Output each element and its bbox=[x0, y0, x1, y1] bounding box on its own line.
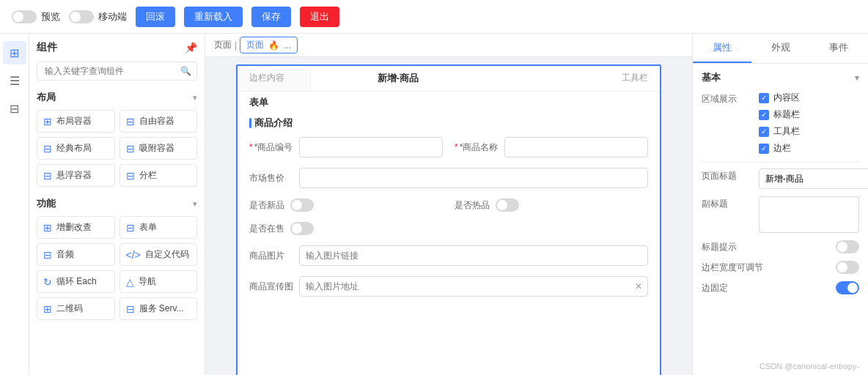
tab-events[interactable]: 事件 bbox=[809, 34, 868, 63]
comp-custom-code[interactable]: </> 自定义代码 bbox=[119, 243, 198, 266]
comp-audio-label: 音频 bbox=[56, 248, 74, 261]
mobile-toggle[interactable] bbox=[69, 10, 94, 23]
search-icon: 🔍 bbox=[180, 66, 191, 76]
crud-icon: ⊞ bbox=[43, 222, 52, 234]
sidebar-fixed-row: 边固定 bbox=[702, 281, 859, 294]
basic-collapse-icon[interactable]: ▾ bbox=[855, 73, 859, 83]
checkbox-sidebar-label: 边栏 bbox=[773, 142, 791, 155]
basic-section-header: 基本 ▾ bbox=[702, 71, 859, 84]
breadcrumb-dots[interactable]: ... bbox=[284, 40, 291, 51]
checkbox-sidebar[interactable]: 边栏 bbox=[759, 142, 859, 155]
comp-columns[interactable]: ⊟ 分栏 bbox=[119, 164, 198, 187]
page-title-prop-input[interactable] bbox=[759, 168, 868, 189]
comp-service[interactable]: ⊟ 服务 Serv... bbox=[119, 297, 198, 320]
reload-button[interactable]: 重新载入 bbox=[184, 7, 243, 27]
comp-columns-label: 分栏 bbox=[139, 169, 157, 182]
product-img-input[interactable] bbox=[299, 245, 648, 266]
product-name-label: *商品名称 bbox=[455, 141, 499, 154]
checkbox-titlebar-box[interactable] bbox=[759, 110, 769, 120]
checkbox-titlebar-label: 标题栏 bbox=[773, 108, 800, 121]
exit-button[interactable]: 退出 bbox=[300, 7, 339, 27]
tab-properties[interactable]: 属性 bbox=[693, 34, 751, 63]
subtitle-row: 副标题 bbox=[702, 196, 859, 233]
breadcrumb-page-text: 页面 bbox=[214, 39, 232, 51]
props-panel: 属性 外观 事件 基本 ▾ 区域展示 内容区 标题栏 bbox=[692, 34, 868, 375]
product-banner-input[interactable] bbox=[299, 276, 648, 297]
function-section-header[interactable]: 功能 ▾ bbox=[37, 197, 197, 210]
comp-layout-container[interactable]: ⊞ 布局容器 bbox=[37, 110, 115, 133]
icon-rail-layers[interactable]: ☰ bbox=[3, 69, 26, 92]
comp-loop-label: 循环 Each bbox=[56, 275, 97, 288]
page-frame: 边栏内容 新增-商品 工具栏 表单 商品介绍 *商品编号 bbox=[236, 64, 661, 375]
layout-collapse-icon: ▾ bbox=[193, 93, 197, 103]
checkbox-toolbar[interactable]: 工具栏 bbox=[759, 125, 859, 138]
custom-code-icon: </> bbox=[126, 249, 141, 261]
subtitle-textarea[interactable] bbox=[759, 196, 859, 233]
checkbox-content-box[interactable] bbox=[759, 93, 769, 103]
on-sale-toggle[interactable] bbox=[290, 222, 314, 235]
comp-loop-each[interactable]: ↻ 循环 Each bbox=[37, 270, 115, 293]
product-banner-input-wrap: ✕ bbox=[299, 276, 648, 297]
market-price-input[interactable] bbox=[299, 168, 648, 188]
panel-header: 组件 📌 bbox=[37, 41, 197, 54]
nav-icon: △ bbox=[126, 276, 134, 288]
comp-nav[interactable]: △ 导航 bbox=[119, 270, 198, 293]
comp-form-label: 表单 bbox=[139, 221, 157, 234]
sidebar-fixed-toggle[interactable] bbox=[836, 281, 859, 294]
preview-toggle[interactable] bbox=[12, 10, 37, 23]
audio-icon: ⊟ bbox=[43, 249, 52, 261]
product-no-input[interactable] bbox=[299, 137, 443, 157]
sidebar-width-toggle[interactable] bbox=[836, 261, 859, 274]
rollback-button[interactable]: 回滚 bbox=[136, 7, 175, 27]
is-new-toggle[interactable] bbox=[290, 198, 314, 212]
checkbox-content[interactable]: 内容区 bbox=[759, 92, 859, 104]
tab-appearance[interactable]: 外观 bbox=[751, 34, 810, 63]
comp-free-container[interactable]: ⊟ 自由容器 bbox=[119, 110, 198, 133]
canvas-content: 边栏内容 新增-商品 工具栏 表单 商品介绍 *商品编号 bbox=[205, 57, 692, 375]
comp-qrcode[interactable]: ⊞ 二维码 bbox=[37, 297, 115, 320]
checkbox-titlebar[interactable]: 标题栏 bbox=[759, 108, 859, 121]
search-input[interactable] bbox=[37, 62, 197, 81]
comp-free-container-label: 自由容器 bbox=[139, 115, 174, 127]
comp-audio[interactable]: ⊟ 音频 bbox=[37, 243, 115, 266]
mobile-label: 移动端 bbox=[98, 10, 127, 23]
is-hot-toggle[interactable] bbox=[496, 198, 519, 212]
comp-layout-container-label: 布局容器 bbox=[56, 115, 92, 127]
function-section-title: 功能 bbox=[37, 197, 56, 210]
comp-custom-code-label: 自定义代码 bbox=[145, 248, 189, 261]
layout-section-header[interactable]: 布局 ▾ bbox=[37, 91, 197, 104]
icon-rail-components[interactable]: ⊞ bbox=[3, 41, 26, 64]
comp-crud[interactable]: ⊞ 增删改查 bbox=[37, 216, 115, 239]
on-sale-field: 是否在售 bbox=[249, 222, 648, 235]
on-sale-row: 是否在售 bbox=[249, 222, 648, 235]
is-hot-field: 是否热品 bbox=[455, 198, 648, 212]
breadcrumb-tab[interactable]: 页面 🔥 ... bbox=[240, 37, 298, 53]
close-icon[interactable]: ✕ bbox=[635, 281, 642, 292]
form-section-title: 表单 bbox=[249, 96, 648, 109]
sidebar-width-row: 边栏宽度可调节 bbox=[702, 261, 859, 274]
comp-snap-container[interactable]: ⊟ 吸附容器 bbox=[119, 137, 198, 160]
comp-float-container[interactable]: ⊟ 悬浮容器 bbox=[37, 164, 115, 187]
checkbox-sidebar-box[interactable] bbox=[759, 144, 769, 154]
checkbox-toolbar-box[interactable] bbox=[759, 127, 769, 137]
layout-section-title: 布局 bbox=[37, 91, 56, 104]
comp-crud-label: 增删改查 bbox=[56, 221, 92, 234]
save-button[interactable]: 保存 bbox=[251, 7, 291, 27]
toolbar-area-label: 工具栏 bbox=[485, 66, 660, 91]
area-display-label: 区域展示 bbox=[702, 92, 753, 105]
icon-rail-pages[interactable]: ⊟ bbox=[3, 97, 26, 120]
comp-float-container-label: 悬浮容器 bbox=[56, 169, 92, 182]
layout-grid: ⊞ 布局容器 ⊟ 自由容器 ⊟ 经典布局 ⊟ 吸附容器 ⊟ 悬浮容器 ⊟ 分栏 bbox=[37, 110, 197, 187]
breadcrumb-separator: | bbox=[235, 40, 237, 51]
pin-icon[interactable]: 📌 bbox=[185, 42, 197, 53]
page-title-row: 页面标题 bbox=[702, 168, 859, 189]
classic-layout-icon: ⊟ bbox=[43, 143, 52, 155]
comp-classic-layout[interactable]: ⊟ 经典布局 bbox=[37, 137, 115, 160]
title-hint-toggle[interactable] bbox=[836, 240, 859, 253]
comp-form[interactable]: ⊟ 表单 bbox=[119, 216, 198, 239]
preview-label: 预览 bbox=[41, 10, 60, 23]
breadcrumb-bar: 页面 | 页面 🔥 ... bbox=[205, 34, 692, 57]
product-name-input[interactable] bbox=[504, 137, 648, 157]
function-grid: ⊞ 增删改查 ⊟ 表单 ⊟ 音频 </> 自定义代码 ↻ 循环 Each △ 导… bbox=[37, 216, 197, 320]
group-bar bbox=[249, 118, 251, 128]
